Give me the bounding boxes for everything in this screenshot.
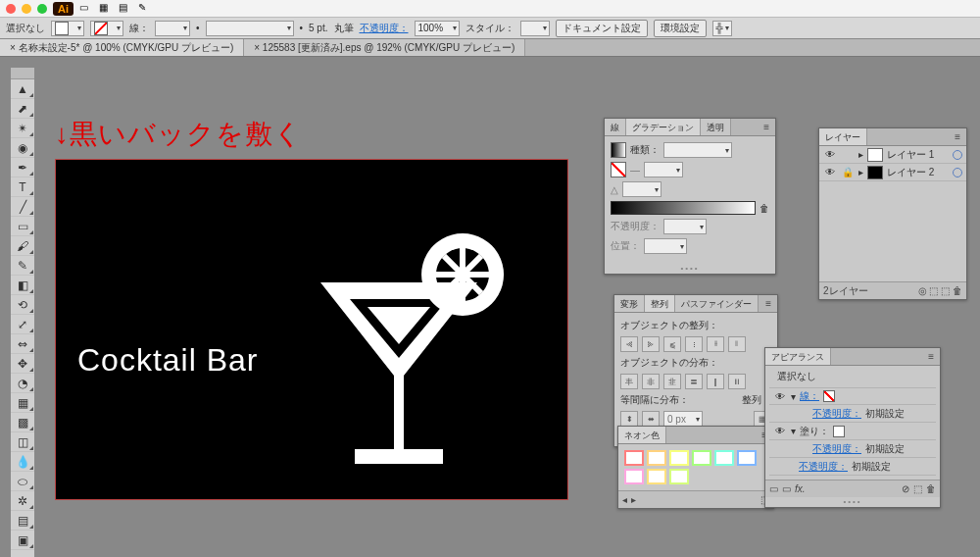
distribute-button[interactable]: 丰 [620, 374, 638, 389]
panel-menu-icon[interactable]: ≡ [949, 128, 966, 145]
line-tool[interactable]: ╱ [11, 197, 34, 217]
panel-menu-icon[interactable]: ≡ [758, 119, 775, 135]
swatch-cell[interactable] [647, 450, 666, 466]
align-dropdown[interactable]: ╬ [712, 21, 732, 36]
stroke-dropdown[interactable] [90, 21, 123, 36]
panel-tab-gradient[interactable]: グラデーション [626, 119, 701, 135]
duplicate-icon[interactable]: ⬚ [913, 483, 922, 494]
visibility-icon[interactable]: 👁 [823, 149, 837, 160]
rotate-tool[interactable]: ⟲ [11, 295, 34, 315]
brush-dropdown[interactable] [206, 21, 294, 36]
graph-tool[interactable]: ▤ [11, 511, 34, 531]
panel-resize-grip[interactable]: •••• [605, 264, 775, 274]
gradient-aspect-dropdown[interactable] [622, 181, 662, 197]
gradient-angle-dropdown[interactable] [644, 162, 683, 177]
gradient-panel[interactable]: 線 グラデーション 透明 ≡ 種類： — △ 🗑 不透明度： 位置： •••• [604, 118, 776, 275]
align-left-button[interactable]: ⫷ [620, 336, 638, 352]
document-tab[interactable]: × 125583 [更新済み].eps @ 192% (CMYK/GPU プレビ… [244, 39, 525, 56]
panel-tab-appearance[interactable]: アピアランス [765, 348, 831, 365]
eyedropper-tool[interactable]: 💧 [11, 452, 34, 472]
layer-row[interactable]: 👁 🔒 ▸ レイヤー 2 [819, 164, 966, 181]
eraser-tool[interactable]: ◧ [11, 276, 34, 295]
close-window-icon[interactable] [6, 4, 16, 14]
free-transform-tool[interactable]: ✥ [11, 354, 34, 374]
distribute-button[interactable]: 非 [642, 374, 660, 389]
distribute-button[interactable]: ‖ [707, 374, 724, 389]
panel-grip[interactable] [11, 68, 34, 79]
panel-tab-pathfinder[interactable]: パスファインダー [675, 295, 759, 312]
menu-icon[interactable]: ▦ [99, 2, 113, 16]
minimize-window-icon[interactable] [22, 4, 31, 14]
stroke-swatch[interactable] [823, 390, 835, 402]
pencil-tool[interactable]: ✎ [11, 256, 34, 276]
appearance-panel[interactable]: アピアランス ≡ 選択なし 👁▾ 線： 不透明度： 初期設定 👁▾ 塗り： 不透… [764, 347, 941, 508]
visibility-icon[interactable]: 👁 [773, 391, 787, 402]
new-fill-icon[interactable]: ▭ [769, 483, 778, 494]
panel-menu-icon[interactable]: ≡ [922, 348, 940, 365]
swatch-cell[interactable] [669, 450, 689, 466]
swatch-cell[interactable] [669, 469, 689, 484]
opacity-dropdown[interactable]: 100% [415, 21, 460, 36]
swatch-cell[interactable] [624, 469, 644, 484]
preferences-button[interactable]: 環境設定 [654, 20, 707, 37]
distribute-button[interactable]: ⫼ [728, 374, 746, 389]
menu-icon[interactable]: ✎ [138, 2, 152, 16]
shape-builder-tool[interactable]: ◔ [11, 374, 34, 393]
fill-swatch[interactable] [833, 426, 845, 437]
panel-tab-layers[interactable]: レイヤー [819, 128, 867, 145]
pen-tool[interactable]: ✒ [11, 158, 34, 177]
scale-tool[interactable]: ⤢ [11, 315, 34, 334]
maximize-window-icon[interactable] [37, 4, 47, 14]
artboard-tool[interactable]: ▣ [11, 531, 34, 550]
visibility-icon[interactable]: 👁 [823, 167, 837, 177]
menu-icon[interactable]: ▤ [119, 2, 132, 16]
align-bottom-button[interactable]: ⫴ [728, 336, 746, 352]
swatch-cell[interactable] [692, 450, 711, 466]
swatch-cell[interactable] [714, 450, 734, 466]
layers-panel[interactable]: レイヤー ≡ 👁 ▸ レイヤー 1 👁 🔒 ▸ レイヤー 2 2レイヤー ◎ ⬚… [818, 127, 967, 300]
document-setup-button[interactable]: ドキュメント設定 [556, 20, 648, 37]
direct-selection-tool[interactable]: ⬈ [11, 99, 34, 119]
opacity-label[interactable]: 不透明度： [360, 22, 409, 35]
panel-tab-transform[interactable]: 変形 [614, 295, 645, 312]
stop-position-dropdown[interactable] [644, 238, 687, 254]
new-stroke-icon[interactable]: ▭ [782, 483, 791, 494]
trash-icon[interactable]: 🗑 [760, 203, 769, 214]
distribute-button[interactable]: 韭 [663, 374, 681, 389]
distribute-spacing-button[interactable]: ⬍ [620, 411, 638, 427]
gradient-tool[interactable]: ◫ [11, 432, 34, 452]
align-hcenter-button[interactable]: ⫸ [642, 336, 660, 352]
next-swatch-button[interactable]: ▸ [631, 494, 636, 505]
stroke-weight-dropdown[interactable] [155, 21, 190, 36]
distribute-button[interactable]: 〓 [685, 374, 703, 389]
gradient-slider[interactable] [611, 201, 756, 215]
swatches-panel[interactable]: ネオン色 ≡ ◂ ▸ ⬚ [617, 426, 774, 509]
panel-menu-icon[interactable]: ≡ [760, 295, 777, 312]
swatch-cell[interactable] [624, 450, 644, 466]
panel-resize-grip[interactable]: •••• [765, 497, 940, 507]
lasso-tool[interactable]: ◉ [11, 138, 34, 158]
distribute-spacing-button[interactable]: ⬌ [642, 411, 660, 427]
rectangle-tool[interactable]: ▭ [11, 217, 34, 236]
align-vcenter-button[interactable]: ⫵ [707, 336, 724, 352]
layer-row[interactable]: 👁 ▸ レイヤー 1 [819, 146, 966, 164]
align-panel[interactable]: 変形 整列 パスファインダー ≡ オブジェクトの整列： ⫷ ⫸ ⫹ ⫶ ⫵ ⫴ … [613, 294, 778, 447]
align-right-button[interactable]: ⫹ [663, 336, 681, 352]
fill-dropdown[interactable] [51, 21, 84, 36]
perspective-tool[interactable]: ▦ [11, 393, 34, 413]
spacing-input[interactable]: 0 px [663, 411, 703, 427]
document-tab[interactable]: × 名称未設定-5* @ 100% (CMYK/GPU プレビュー) [0, 39, 244, 56]
paintbrush-tool[interactable]: 🖌 [11, 236, 34, 256]
panel-tab-transparency[interactable]: 透明 [701, 119, 731, 135]
panel-tab-stroke[interactable]: 線 [605, 119, 626, 135]
window-controls[interactable] [6, 4, 47, 14]
trash-icon[interactable]: 🗑 [926, 483, 936, 494]
gradient-type-dropdown[interactable] [663, 142, 732, 158]
visibility-icon[interactable]: 👁 [773, 426, 787, 436]
stop-opacity-dropdown[interactable] [663, 219, 707, 234]
style-dropdown[interactable] [520, 21, 550, 36]
artboard[interactable]: Cocktail Bar [55, 159, 568, 500]
selection-tool[interactable]: ▲ [11, 79, 34, 99]
menu-icon[interactable]: ▭ [79, 2, 93, 16]
layer-actions[interactable]: ◎ ⬚ ⬚ 🗑 [918, 285, 962, 296]
